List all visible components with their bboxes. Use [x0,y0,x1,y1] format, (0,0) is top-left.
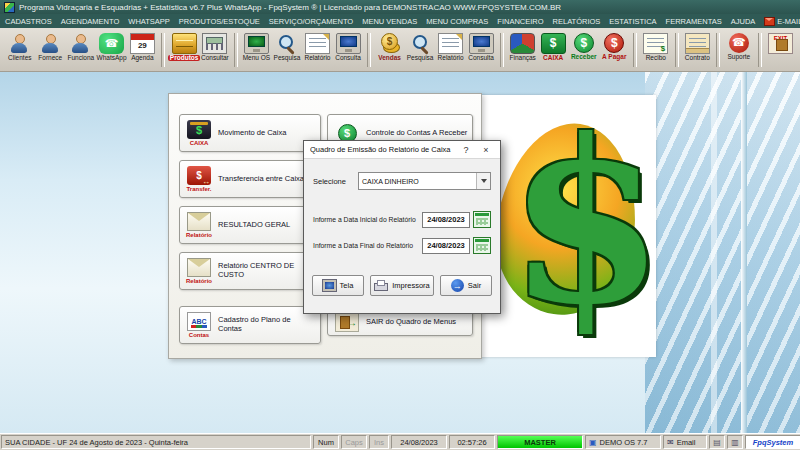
menu-financeiro[interactable]: FINANCEIRO [497,17,543,26]
end-calendar-button[interactable] [473,237,491,254]
panel-button-transferencia[interactable]: Transfer. Transferencia entre Caixa [179,160,321,198]
toolbar-a-pagar[interactable]: A Pagar [600,30,630,70]
toolbar-label: Receber [571,54,597,61]
toolbar-label: Suporte [727,54,750,61]
toolbar-produtos[interactable]: Produtos [169,30,199,70]
chevron-down-icon[interactable] [476,173,490,189]
panel-button-plano-de-contas[interactable]: Contas Cadastro do Plano de Contas [179,306,321,344]
gold-bars-icon [172,33,197,54]
toolbar-recibo[interactable]: Recibo [641,30,671,70]
email-icon [764,17,775,26]
menu-whatsapp[interactable]: WHATSAPP [128,17,170,26]
toolbar-consulta-vendas[interactable]: Consulta [466,30,496,70]
toolbar-financas[interactable]: Finanças [508,30,538,70]
toolbar-vendas[interactable]: Vendas [375,30,405,70]
toolbar-relatorio-os[interactable]: Relatório [303,30,333,70]
impressora-button-label: Impressora [392,281,430,290]
toolbar-whatsapp[interactable]: WhatsApp [97,30,127,70]
toolbar-caixa[interactable]: CAIXA [538,30,568,70]
menu-email[interactable]: E-MAIL [764,17,800,26]
status-email[interactable]: ✉ Email [663,435,707,449]
toolbar-separator [234,33,238,67]
dialog-buttons-row: Tela Impressora Sair [312,275,492,296]
status-grid-tool[interactable]: ▤ [709,435,725,449]
icon-caption: CAIXA [190,140,209,146]
toolbar-pesquisa-vendas[interactable]: Pesquisa [405,30,435,70]
printer-icon [374,283,388,291]
exit-icon: EXIT [768,33,793,54]
menu-ajuda[interactable]: AJUDA [731,17,756,26]
button-label: Transferencia entre Caixa [218,175,304,184]
toolbar-label: Pesquisa [407,55,434,62]
sair-button[interactable]: Sair [440,275,492,296]
cash-register-icon [541,33,566,54]
panel-button-resultado-geral[interactable]: Relatório RESULTADO GERAL [179,206,321,244]
impressora-button[interactable]: Impressora [370,275,434,296]
toolbar-agenda[interactable]: Agenda [128,30,158,70]
status-panel-tool[interactable]: ▥ [727,435,743,449]
toolbar-receber[interactable]: Receber [569,30,599,70]
toolbar-clientes[interactable]: Clientes [5,30,35,70]
toolbar-consulta-os[interactable]: Consulta [333,30,363,70]
dollar-green-icon [574,33,594,53]
person-icon [68,33,93,54]
app-icon [4,2,15,13]
close-button[interactable]: × [478,143,494,157]
envelope-report-icon [187,212,211,231]
dollar-artwork: $ [478,95,656,357]
panel-button-movimento-de-caixa[interactable]: CAIXA Movimento de Caixa [179,114,321,152]
grid-icon: ▤ [713,438,721,447]
panel-button-centro-de-custo[interactable]: Relatório Relatório CENTRO DE CUSTO [179,252,321,290]
calendar-icon [130,33,155,54]
toolbar-fornecedores[interactable]: Fornece [36,30,66,70]
menu-cadastros[interactable]: CADASTROS [5,17,52,26]
status-location: SUA CIDADE - UF 24 de Agosto de 2023 - Q… [1,435,311,449]
dialog-titlebar[interactable]: Quadro de Emissão do Relatório de Caixa … [304,141,500,159]
menu-ferramentas[interactable]: FERRAMENTAS [666,17,722,26]
icon-caption: Contas [189,332,209,338]
toolbar-separator [758,33,762,67]
receipt-icon [643,33,668,54]
toolbar-suporte[interactable]: Suporte [724,30,754,70]
end-date-label: Informe a Data Final do Relatório [313,242,413,249]
button-label: Movimento de Caixa [218,129,286,138]
start-calendar-button[interactable] [473,211,491,228]
select-value: CAIXA DINHEIRO [359,178,476,185]
menu-estatistica[interactable]: ESTATISTICA [609,17,656,26]
caixa-select[interactable]: CAIXA DINHEIRO [358,172,491,190]
toolbar-exit[interactable]: EXIT [766,30,796,70]
app-window: Programa Vidraçaria e Esquadrias + Estat… [0,0,800,450]
menu-produtos-estoque[interactable]: PRODUTOS/ESTOQUE [179,17,260,26]
toolbar-label: Agenda [131,55,153,62]
toolbar-pesquisa-os[interactable]: Pesquisa [272,30,302,70]
menu-compras[interactable]: MENU COMPRAS [426,17,488,26]
menu-servico-orcamento[interactable]: SERVIÇO/ORÇAMENTO [269,17,353,26]
menu-relatorios[interactable]: RELATÓRIOS [553,17,601,26]
toolbar-separator [675,33,679,67]
button-label: Cadastro do Plano de Contas [218,316,316,333]
monitor-icon [336,33,361,54]
end-date-input[interactable]: 24/08/2023 [422,238,470,254]
toolbar-label: CAIXA [543,55,563,62]
toolbar: Clientes Fornece Funciona WhatsApp Agend… [0,28,800,72]
menubar: CADASTROS AGENDAMENTO WHATSAPP PRODUTOS/… [0,14,800,28]
document-icon [438,33,463,54]
menu-vendas[interactable]: MENU VENDAS [362,17,417,26]
button-label: Controle do Contas A Receber [366,129,467,138]
toolbar-contrato[interactable]: Contrato [683,30,713,70]
tela-button[interactable]: Tela [312,275,364,296]
start-date-input[interactable]: 24/08/2023 [422,212,470,228]
status-version: ▣ DEMO OS 7.7 [585,435,661,449]
menu-agendamento[interactable]: AGENDAMENTO [61,17,120,26]
toolbar-consultar[interactable]: Consultar [200,30,230,70]
help-button[interactable]: ? [458,143,474,157]
toolbar-label: Recibo [646,55,666,62]
toolbar-menu-os[interactable]: Menu OS [242,30,272,70]
transfer-icon [187,166,211,185]
toolbar-funcionarios[interactable]: Funciona [66,30,96,70]
toolbar-label: Consulta [468,55,494,62]
document-icon [305,33,330,54]
toolbar-separator [367,33,371,67]
toolbar-relatorio-vendas[interactable]: Relatório [436,30,466,70]
coins-icon [377,33,402,54]
